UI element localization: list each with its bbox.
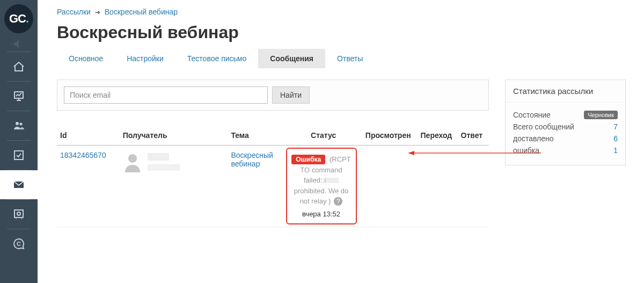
content-main: Найти Id Получатель Тема Статус Просмотр… xyxy=(57,79,489,227)
sidebar-item-chat[interactable]: C xyxy=(0,229,38,258)
row-recipient xyxy=(120,146,228,227)
svg-point-1 xyxy=(16,122,19,125)
stat-total-label: Всего сообщений xyxy=(513,122,574,131)
svg-point-7 xyxy=(128,154,137,163)
breadcrumb: Рассылки ➔ Воскресный вебинар xyxy=(57,5,633,19)
tabs: Основное Настройки Тестовое письмо Сообщ… xyxy=(57,49,633,69)
stat-total: Всего сообщений 7 xyxy=(513,121,618,133)
content-side: Статистика рассылки Состояние Черновик В… xyxy=(505,79,626,227)
breadcrumb-current[interactable]: Воскресный вебинар xyxy=(105,8,178,16)
th-recipient: Получатель xyxy=(120,126,228,146)
stat-delivered: доставлено 6 xyxy=(513,133,618,144)
tab-test-letter[interactable]: Тестовое письмо xyxy=(175,49,258,68)
content-row: Найти Id Получатель Тема Статус Просмотр… xyxy=(57,79,633,227)
table-row: 18342465670 Воскресный вебинар xyxy=(57,146,489,227)
home-icon xyxy=(12,60,25,73)
svg-point-2 xyxy=(20,123,23,126)
row-subject-link[interactable]: Воскресный вебинар xyxy=(231,151,273,168)
th-viewed: Просмотрен xyxy=(362,126,418,146)
stat-error-label: ошибка xyxy=(513,146,539,155)
breadcrumb-arrow-icon: ➔ xyxy=(95,9,100,16)
breadcrumb-root[interactable]: Рассылки xyxy=(57,8,91,16)
search-row: Найти xyxy=(57,79,489,111)
svg-rect-3 xyxy=(14,151,23,159)
status-cell: Ошибка (RCPT TO command failed::i prohib… xyxy=(286,148,357,224)
logo-c: C xyxy=(18,12,26,26)
status-time: вчера 13:52 xyxy=(291,210,352,218)
chat-c-icon: C xyxy=(12,237,25,250)
sidebar-item-presentation[interactable] xyxy=(0,82,38,111)
stat-state: Состояние Черновик xyxy=(513,109,618,121)
redacted-email xyxy=(148,164,180,171)
th-subject: Тема xyxy=(228,126,284,146)
sidebar: GC. C xyxy=(0,0,38,283)
stat-delivered-value[interactable]: 6 xyxy=(613,134,618,143)
row-click xyxy=(418,146,458,227)
stat-state-label: Состояние xyxy=(513,111,551,119)
tab-messages[interactable]: Сообщения xyxy=(258,49,325,68)
row-reply xyxy=(458,146,489,227)
sidebar-item-home[interactable] xyxy=(0,52,38,81)
sidebar-item-mail[interactable] xyxy=(0,170,38,199)
avatar-icon xyxy=(123,151,142,172)
chart-board-icon xyxy=(12,90,25,103)
svg-text:C: C xyxy=(17,241,21,247)
stats-panel: Статистика рассылки Состояние Черновик В… xyxy=(505,79,626,165)
row-id-link[interactable]: 18342465670 xyxy=(60,151,106,159)
th-id: Id xyxy=(57,126,120,146)
tab-replies[interactable]: Ответы xyxy=(325,49,375,68)
help-icon[interactable]: ? xyxy=(334,197,342,206)
stat-error: ошибка 1 xyxy=(513,144,618,156)
checkbox-icon xyxy=(12,149,25,162)
stat-delivered-label: доставлено xyxy=(513,134,554,143)
redacted-name xyxy=(148,153,169,161)
main-content: Рассылки ➔ Воскресный вебинар Воскресный… xyxy=(38,0,644,283)
sidebar-item-tasks[interactable] xyxy=(0,141,38,170)
sidebar-item-mute[interactable] xyxy=(0,37,38,52)
th-click: Переход xyxy=(418,126,458,146)
mail-icon xyxy=(12,178,25,191)
users-icon xyxy=(12,119,25,132)
find-button[interactable]: Найти xyxy=(272,86,310,104)
logo-g: G xyxy=(9,12,18,26)
messages-table: Id Получатель Тема Статус Просмотрен Пер… xyxy=(57,126,489,227)
stats-title: Статистика рассылки xyxy=(506,80,625,103)
th-status: Статус xyxy=(285,126,362,146)
speaker-off-icon xyxy=(12,38,25,50)
sidebar-item-safe[interactable] xyxy=(0,200,38,229)
stat-state-value: Черновик xyxy=(584,111,618,119)
th-reply: Ответ xyxy=(458,126,489,146)
svg-point-5 xyxy=(17,212,20,215)
stat-error-value[interactable]: 1 xyxy=(613,146,618,155)
svg-rect-4 xyxy=(14,210,23,217)
page-title: Воскресный вебинар xyxy=(57,23,633,42)
logo-dot: . xyxy=(26,12,28,26)
stat-total-value[interactable]: 7 xyxy=(613,122,618,131)
tab-settings[interactable]: Настройки xyxy=(115,49,175,68)
status-badge: Ошибка xyxy=(291,155,325,164)
sidebar-item-users[interactable] xyxy=(0,111,38,140)
logo[interactable]: GC. xyxy=(4,4,33,33)
row-viewed xyxy=(362,146,418,227)
safe-icon xyxy=(12,208,25,221)
search-input[interactable] xyxy=(64,86,268,104)
redacted-status xyxy=(326,178,339,183)
tab-main[interactable]: Основное xyxy=(57,49,115,68)
